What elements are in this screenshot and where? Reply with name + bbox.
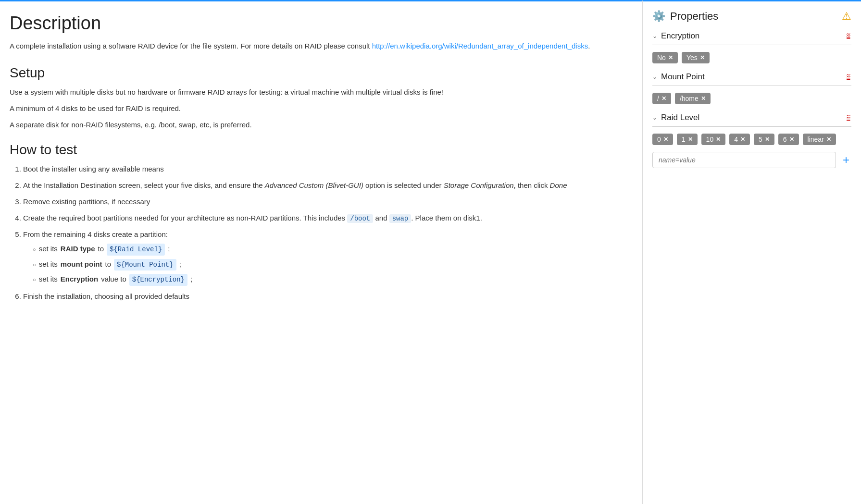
raid-level-section-header: ⌄ Raid Level ⩰: [652, 113, 851, 127]
mount-point-title-row: ⌄ Mount Point: [652, 72, 705, 82]
mount-point-section-header: ⌄ Mount Point ⩰: [652, 72, 851, 86]
properties-sidebar: ⚙️ Properties ⚠ ⌄ Encryption ⩰ No ✕ Yes …: [642, 0, 861, 504]
encryption-label: Encryption: [661, 31, 699, 41]
mount-point-label: Mount Point: [661, 72, 705, 82]
raid-level-tag-6: 6 ✕: [778, 134, 799, 145]
howtotest-title: How to test: [10, 142, 623, 158]
raid-level-tag-1: 1 ✕: [677, 134, 698, 145]
setup-text1: Use a system with multiple disks but no …: [10, 86, 623, 98]
substep-3: set its Encryption value to ${Encryption…: [33, 273, 623, 285]
raid-level-tag-5-remove[interactable]: ✕: [765, 136, 770, 142]
mount-point-tag-home: /home ✕: [675, 93, 711, 104]
mount-point-tag-root: / ✕: [652, 93, 671, 104]
page-title: Description: [10, 13, 623, 34]
intro-text-before: A complete installation using a software…: [10, 42, 372, 50]
step-4: Create the required boot partitions need…: [23, 212, 623, 224]
raid-level-tag-10: 10 ✕: [701, 134, 726, 145]
mount-point-tag-root-remove[interactable]: ✕: [661, 96, 666, 101]
substep-2: set its mount point to ${Mount Point} ;: [33, 258, 623, 270]
warning-icon: ⚠: [842, 10, 851, 23]
encryption-tag-yes: Yes ✕: [682, 52, 710, 63]
wiki-link[interactable]: http://en.wikipedia.org/wiki/Redundant_a…: [372, 42, 588, 50]
raid-level-tag-4-remove[interactable]: ✕: [740, 136, 745, 142]
sidebar-title: Properties: [670, 10, 718, 23]
mount-point-remove-btn[interactable]: ⩰: [847, 72, 851, 82]
raid-level-label: Raid Level: [661, 113, 699, 123]
encryption-title-row: ⌄ Encryption: [652, 31, 699, 41]
step-6: Finish the installation, choosing all pr…: [23, 291, 623, 302]
encryption-remove-btn[interactable]: ⩰: [847, 31, 851, 41]
raid-level-tag-linear-remove[interactable]: ✕: [826, 136, 831, 142]
properties-icon: ⚙️: [652, 10, 665, 23]
sidebar-header-left: ⚙️ Properties: [652, 10, 718, 23]
intro-text: A complete installation using a software…: [10, 40, 623, 52]
main-content: Description A complete installation usin…: [0, 0, 642, 504]
raid-level-remove-btn[interactable]: ⩰: [847, 113, 851, 123]
setup-text3: A separate disk for non-RAID filesystems…: [10, 119, 623, 131]
raid-level-tag-6-remove[interactable]: ✕: [789, 136, 794, 142]
encryption-tag-yes-remove[interactable]: ✕: [700, 55, 705, 61]
mount-point-tag-home-remove[interactable]: ✕: [701, 96, 706, 101]
setup-text2: A minimum of 4 disks to be used for RAID…: [10, 103, 623, 114]
raid-level-tags: 0 ✕ 1 ✕ 10 ✕ 4 ✕ 5 ✕ 6 ✕ linear ✕: [652, 134, 851, 145]
step-2: At the Installation Destination screen, …: [23, 180, 623, 191]
steps-list: Boot the installer using any available m…: [23, 163, 623, 302]
mount-point-chevron[interactable]: ⌄: [652, 74, 657, 80]
raid-level-tag-10-remove[interactable]: ✕: [716, 136, 721, 142]
sidebar-header: ⚙️ Properties ⚠: [652, 10, 851, 23]
encryption-tag-no: No ✕: [652, 52, 678, 63]
substep-1: set its RAID type to ${Raid Level} ;: [33, 243, 623, 255]
mount-point-section: ⌄ Mount Point ⩰ / ✕ /home ✕: [652, 72, 851, 104]
substeps-list: set its RAID type to ${Raid Level} ; set…: [33, 243, 623, 285]
raid-level-tag-0: 0 ✕: [652, 134, 673, 145]
step-1: Boot the installer using any available m…: [23, 163, 623, 175]
encryption-section: ⌄ Encryption ⩰ No ✕ Yes ✕: [652, 31, 851, 63]
raid-level-tag-1-remove[interactable]: ✕: [688, 136, 693, 142]
step-3: Remove existing partitions, if necessary: [23, 196, 623, 208]
raid-level-tag-linear: linear ✕: [803, 134, 836, 145]
encryption-chevron[interactable]: ⌄: [652, 33, 657, 39]
encryption-tags: No ✕ Yes ✕: [652, 52, 851, 63]
intro-text-suffix: .: [588, 42, 590, 50]
step-5: From the remaining 4 disks create a part…: [23, 229, 623, 285]
encryption-tag-no-remove[interactable]: ✕: [668, 55, 673, 61]
raid-level-tag-0-remove[interactable]: ✕: [663, 136, 668, 142]
raid-level-chevron[interactable]: ⌄: [652, 114, 657, 121]
mount-point-tags: / ✕ /home ✕: [652, 93, 851, 104]
setup-title: Setup: [10, 65, 623, 81]
add-value-row: +: [652, 152, 851, 168]
add-value-input[interactable]: [652, 152, 836, 168]
raid-level-title-row: ⌄ Raid Level: [652, 113, 699, 123]
encryption-section-header: ⌄ Encryption ⩰: [652, 31, 851, 45]
add-value-button[interactable]: +: [841, 154, 851, 166]
raid-level-section: ⌄ Raid Level ⩰ 0 ✕ 1 ✕ 10 ✕ 4 ✕ 5 ✕ 6 ✕: [652, 113, 851, 168]
raid-level-tag-5: 5 ✕: [754, 134, 774, 145]
raid-level-tag-4: 4 ✕: [729, 134, 750, 145]
